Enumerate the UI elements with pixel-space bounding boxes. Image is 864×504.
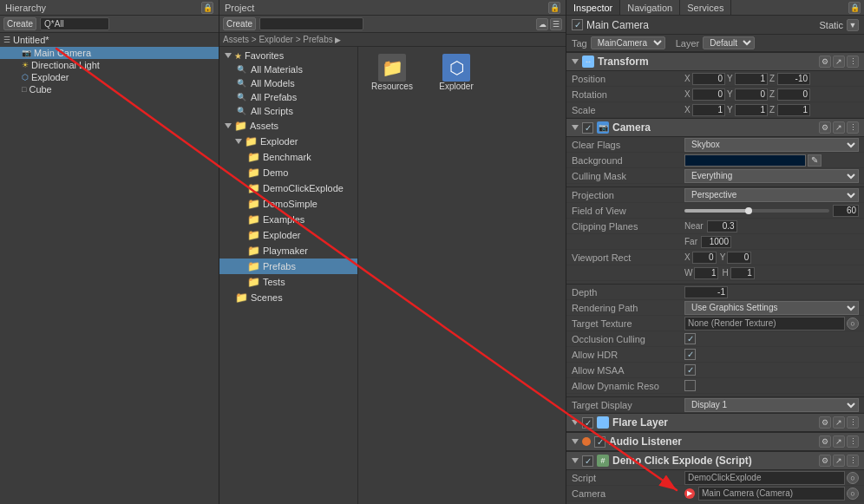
all-materials-item[interactable]: 🔍 All Materials — [219, 62, 357, 76]
far-input[interactable] — [701, 236, 731, 248]
demo-simple-item[interactable]: 📁 DemoSimple — [219, 196, 357, 212]
fov-slider-track[interactable] — [684, 209, 829, 213]
flare-menu-btn[interactable]: ⋮ — [847, 416, 859, 429]
allow-msaa-checkbox[interactable] — [684, 364, 696, 376]
hierarchy-item-directional-light[interactable]: ☀ Directional Light — [0, 59, 219, 71]
near-input[interactable] — [707, 220, 737, 232]
fov-slider-thumb[interactable] — [745, 207, 752, 214]
asset-exploder[interactable]: ⬡ Exploder — [426, 50, 487, 95]
vp-y-input[interactable] — [727, 252, 751, 264]
project-lock-btn[interactable]: 🔒 — [548, 2, 560, 14]
prefabs-item[interactable]: 📁 Prefabs — [219, 259, 357, 274]
project-create-btn[interactable]: Create — [223, 17, 256, 30]
static-dropdown-btn[interactable]: ▼ — [847, 19, 859, 31]
allow-hdr-checkbox[interactable] — [684, 349, 696, 360]
demo-settings-btn[interactable]: ⚙ — [819, 455, 831, 467]
transform-header[interactable]: ↔ Transform ⚙ ↗ ⋮ — [566, 52, 864, 71]
tab-navigation[interactable]: Navigation — [620, 0, 680, 15]
transform-expand2-btn[interactable]: ↗ — [833, 56, 845, 68]
favorites-folder[interactable]: ★ Favorites — [219, 49, 357, 62]
demo-item[interactable]: 📁 Demo — [219, 165, 357, 180]
script-select-btn[interactable]: ○ — [847, 472, 859, 484]
inspector-lock-btn[interactable]: 🔒 — [848, 2, 861, 14]
object-enabled-checkbox[interactable] — [572, 19, 583, 30]
transform-menu-btn[interactable]: ⋮ — [847, 56, 859, 68]
culling-mask-dropdown[interactable]: Everything — [684, 169, 859, 183]
tag-dropdown[interactable]: MainCamera — [591, 36, 665, 49]
allow-dynamic-checkbox[interactable] — [684, 380, 696, 391]
transform-settings-btn[interactable]: ⚙ — [819, 56, 831, 68]
camera-expand2-btn[interactable]: ↗ — [833, 121, 845, 134]
demo-script-icon: # — [597, 455, 609, 467]
camera-ref-text: Main Camera (Camera) — [702, 488, 793, 498]
demo-click-item[interactable]: 📁 DemoClickExplode — [219, 180, 357, 196]
benchmark-item[interactable]: 📁 Benchmark — [219, 149, 357, 165]
hierarchy-item-exploder[interactable]: ⬡ Exploder — [0, 71, 219, 83]
flare-enabled-checkbox[interactable] — [582, 417, 593, 429]
all-models-item[interactable]: 🔍 All Models — [219, 76, 357, 90]
occlusion-checkbox[interactable] — [684, 333, 696, 344]
hierarchy-create-btn[interactable]: Create — [3, 17, 36, 30]
playmaker-item[interactable]: 📁 Playmaker — [219, 243, 357, 259]
audio-menu-btn[interactable]: ⋮ — [847, 435, 859, 448]
flare-layer-header[interactable]: Flare Layer ⚙ ↗ ⋮ — [566, 413, 864, 432]
flare-settings-btn[interactable]: ⚙ — [819, 416, 831, 429]
tab-services[interactable]: Services — [680, 0, 731, 15]
audio-listener-header[interactable]: Audio Listener ⚙ ↗ ⋮ — [566, 432, 864, 451]
camera-enabled-checkbox[interactable] — [582, 122, 593, 134]
scale-x-input[interactable] — [692, 104, 725, 116]
position-y-input[interactable] — [735, 73, 768, 85]
fov-input[interactable] — [833, 205, 859, 217]
scale-y-input[interactable] — [735, 104, 768, 116]
demo-expand2-btn[interactable]: ↗ — [833, 455, 845, 467]
position-value: X Y Z — [684, 73, 859, 85]
target-display-dropdown[interactable]: Display 1 — [684, 398, 859, 412]
scale-row: Scale X Y Z — [566, 102, 864, 118]
examples-item[interactable]: 📁 Examples — [219, 212, 357, 227]
vp-w-input[interactable] — [694, 267, 718, 279]
exploder-folder[interactable]: 📁 Exploder — [219, 134, 357, 149]
scenes-item[interactable]: 📁 Scenes — [219, 290, 357, 305]
demo-menu-btn[interactable]: ⋮ — [847, 455, 859, 467]
background-color-expand[interactable]: ✎ — [808, 154, 821, 167]
rendering-path-dropdown[interactable]: Use Graphics Settings — [684, 301, 859, 315]
all-prefabs-item[interactable]: 🔍 All Prefabs — [219, 90, 357, 104]
camera-settings-btn[interactable]: ⚙ — [819, 121, 831, 134]
audio-settings-btn[interactable]: ⚙ — [819, 435, 831, 448]
hierarchy-item-cube[interactable]: □ Cube — [0, 83, 219, 95]
camera-menu-btn[interactable]: ⋮ — [847, 121, 859, 134]
hierarchy-item-main-camera[interactable]: 📷 Main Camera — [0, 47, 219, 59]
background-color-swatch[interactable] — [684, 154, 806, 167]
depth-input[interactable] — [684, 286, 728, 298]
projection-dropdown[interactable]: Perspective — [684, 188, 859, 202]
rotation-x-input[interactable] — [692, 88, 725, 101]
rotation-y-input[interactable] — [735, 88, 768, 101]
demo-enabled-checkbox[interactable] — [582, 455, 593, 467]
vp-h-input[interactable] — [730, 267, 755, 279]
camera-ref-select-btn[interactable]: ○ — [847, 488, 859, 500]
all-scripts-item[interactable]: 🔍 All Scripts — [219, 104, 357, 118]
exploder-sub-item[interactable]: 📁 Exploder — [219, 227, 357, 243]
tab-inspector[interactable]: Inspector — [566, 0, 620, 15]
audio-enabled-checkbox[interactable] — [594, 436, 605, 448]
position-x-input[interactable] — [692, 73, 725, 85]
project-search[interactable] — [259, 17, 363, 30]
layer-dropdown[interactable]: Default — [703, 36, 755, 49]
camera-header[interactable]: 📷 Camera ⚙ ↗ ⋮ — [566, 118, 864, 137]
assets-folder[interactable]: 📁 Assets — [219, 118, 357, 134]
position-z-input[interactable] — [777, 73, 810, 85]
hierarchy-lock-btn[interactable]: 🔒 — [201, 2, 213, 14]
demo-script-header[interactable]: # Demo Click Explode (Script) ⚙ ↗ ⋮ — [566, 451, 864, 470]
tests-item[interactable]: 📁 Tests — [219, 274, 357, 290]
audio-expand2-btn[interactable]: ↗ — [833, 435, 845, 448]
hierarchy-search[interactable] — [40, 17, 109, 30]
project-icon1[interactable]: ☁ — [536, 18, 548, 30]
flare-expand2-btn[interactable]: ↗ — [833, 416, 845, 429]
target-texture-select-btn[interactable]: ○ — [847, 317, 859, 330]
scale-z-input[interactable] — [777, 104, 810, 116]
clear-flags-dropdown[interactable]: Skybox — [684, 138, 859, 152]
asset-resources[interactable]: 📁 Resources — [362, 50, 422, 95]
project-icon2[interactable]: ☰ — [550, 18, 562, 30]
vp-x-input[interactable] — [692, 252, 717, 264]
rotation-z-input[interactable] — [777, 88, 810, 101]
